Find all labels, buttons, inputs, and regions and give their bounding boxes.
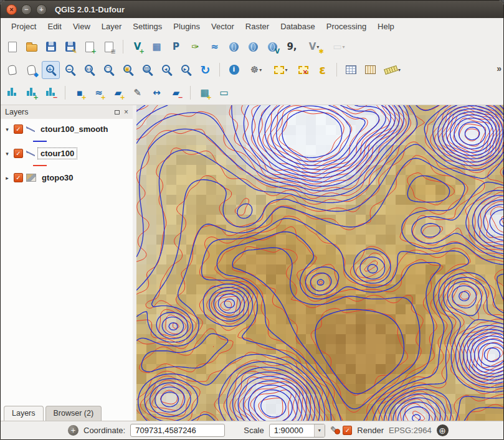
zoom-last-button[interactable]: ◂ [158, 61, 176, 79]
capture-line-button[interactable]: ≈+ [90, 84, 108, 102]
move-feature-button[interactable]: ↔ [148, 84, 166, 102]
menu-raster[interactable]: Raster [240, 19, 275, 34]
menu-layer[interactable]: Layer [96, 19, 128, 34]
zoom-in-button[interactable]: + [42, 61, 60, 79]
new-layer-dropdown[interactable]: ▾ [343, 44, 345, 50]
layer-row-gtopo30[interactable]: ▸ ✓ gtopo30 [1, 171, 133, 185]
add-wms-layer-button[interactable] [225, 38, 243, 56]
node-tool-button[interactable]: ✎ [128, 84, 146, 102]
window-maximize-button[interactable]: + [36, 4, 47, 15]
add-spatialite-layer-button[interactable]: ✑ [186, 38, 204, 56]
tab-browser[interactable]: Browser (2) [45, 406, 102, 421]
pan-to-selection-button[interactable]: ◆ [22, 61, 40, 79]
add-wfs-layer-button[interactable]: V [264, 38, 282, 56]
composer-manager-button[interactable]: ≡ [100, 38, 118, 56]
capture-point-button[interactable]: ▪+ [70, 84, 88, 102]
toolbar-overflow-button[interactable]: » [497, 63, 502, 73]
window-close-button[interactable]: × [6, 4, 17, 15]
stretch-histogram-to-dataset-overlay-icon: − [53, 95, 58, 101]
float-panel-button[interactable] [115, 110, 120, 115]
expander-icon[interactable]: ▸ [4, 175, 11, 181]
zoom-full-button[interactable]: ▢ [100, 61, 118, 79]
select-features-button[interactable]: ▾ [269, 61, 293, 79]
float-icon [115, 110, 120, 115]
add-wcs-layer-button[interactable] [244, 38, 262, 56]
zoom-out-button[interactable]: − [61, 61, 79, 79]
render-checkbox[interactable]: ✓ [343, 426, 352, 435]
coordinate-input[interactable] [130, 424, 225, 437]
delete-selected-button[interactable]: ▰− [167, 84, 185, 102]
refresh-map-button[interactable]: ↻ [196, 61, 214, 79]
layer-name-ctour100[interactable]: ctour100 [38, 148, 77, 159]
new-shapefile-layer-button[interactable]: V✱▾ [302, 38, 326, 56]
zoom-to-selection-icon: ▣ [123, 65, 131, 73]
open-attribute-table-button[interactable] [342, 61, 360, 79]
crs-status-icon[interactable]: ⊕ [437, 424, 449, 436]
toolbar-separator [336, 63, 337, 77]
menu-processing[interactable]: Processing [321, 19, 372, 34]
full-cumulative-cut-stretch-button[interactable]: + [22, 84, 40, 102]
select-features-dropdown[interactable]: ▾ [285, 67, 287, 73]
save-project-as-button[interactable]: ✎ [61, 38, 79, 56]
crs-label: EPSG:2964 [389, 426, 432, 435]
layer-visibility-checkbox[interactable]: ✓ [14, 124, 23, 134]
new-project-button[interactable] [3, 38, 21, 56]
deselect-features-button[interactable] [294, 61, 312, 79]
close-panel-button[interactable]: × [124, 108, 128, 116]
run-feature-action-button[interactable]: ☸▾ [244, 61, 268, 79]
pan-map-button[interactable] [3, 61, 21, 79]
measure-line-button[interactable]: ▾ [381, 61, 404, 79]
stop-rendering-icon[interactable]: ✎ [330, 426, 338, 435]
identify-features-button[interactable] [225, 61, 243, 79]
menu-plugins[interactable]: Plugins [168, 19, 206, 34]
measure-line-dropdown[interactable]: ▾ [398, 67, 401, 73]
map-canvas[interactable] [136, 105, 503, 421]
add-postgis-layer-button[interactable]: P [167, 38, 185, 56]
save-project-button[interactable] [42, 38, 60, 56]
zoom-to-selection-button[interactable]: ▣ [119, 61, 137, 79]
add-delimited-text-layer-button[interactable]: 9, [283, 38, 301, 56]
layer-name-ctour100-smooth[interactable]: ctour100_smooth [38, 124, 110, 134]
add-mssql-layer-button[interactable]: ≈ [206, 38, 224, 56]
grass-edit-region-button[interactable]: ▭ [215, 84, 233, 102]
map-navigation-and-attributes-toolbar: ◆+−1:1▢▣▤◂▸↻☸▾▾ε▾ [3, 57, 501, 82]
layer-visibility-checkbox[interactable]: ✓ [14, 149, 23, 158]
save-project-icon [46, 42, 56, 52]
layer-visibility-checkbox[interactable]: ✓ [14, 173, 23, 182]
zoom-last-icon: ◂ [162, 65, 170, 73]
menu-help[interactable]: Help [372, 19, 400, 34]
expander-icon[interactable]: ▾ [4, 126, 11, 133]
local-cumulative-cut-stretch-button[interactable] [3, 84, 21, 102]
layer-row-ctour100[interactable]: ▾ ✓ ctour100 [1, 146, 133, 161]
menu-database[interactable]: Database [275, 19, 321, 34]
layer-symbol-line [33, 165, 47, 166]
zoom-native-button[interactable]: 1:1 [80, 61, 98, 79]
add-raster-layer-button[interactable]: ▦ [148, 38, 166, 56]
open-project-button[interactable] [22, 38, 40, 56]
zoom-next-button[interactable]: ▸ [177, 61, 195, 79]
menu-edit[interactable]: Edit [42, 19, 67, 34]
menu-view[interactable]: View [67, 19, 96, 34]
add-vector-layer-button[interactable]: V+ [128, 38, 146, 56]
select-by-expression-button[interactable]: ε [313, 61, 331, 79]
field-calculator-button[interactable] [361, 61, 379, 79]
titlebar[interactable]: × − + QGIS 2.0.1-Dufour [1, 1, 503, 18]
layer-row-ctour100-smooth[interactable]: ▾ ✓ ctour100_smooth [1, 122, 133, 136]
add-wms-layer-icon [229, 42, 239, 52]
stretch-histogram-to-dataset-button[interactable]: − [42, 84, 60, 102]
run-feature-action-dropdown[interactable]: ▾ [259, 67, 262, 73]
menu-settings[interactable]: Settings [127, 19, 168, 34]
mouse-coordinate-icon[interactable]: + [68, 425, 78, 436]
expander-icon[interactable]: ▾ [4, 151, 11, 157]
layer-name-gtopo30[interactable]: gtopo30 [39, 172, 76, 183]
window-minimize-button[interactable]: − [21, 4, 32, 15]
chevron-down-icon[interactable]: ▾ [314, 424, 325, 437]
grass-tools-button[interactable]: ▦+ [196, 84, 214, 102]
new-print-composer-button[interactable]: + [80, 38, 98, 56]
zoom-to-layer-button[interactable]: ▤ [138, 61, 156, 79]
tab-layers[interactable]: Layers [4, 406, 44, 421]
menu-vector[interactable]: Vector [206, 19, 240, 34]
capture-polygon-button[interactable]: ▰+ [109, 84, 127, 102]
scale-combobox[interactable]: 1:90000 ▾ [269, 424, 325, 438]
menu-project[interactable]: Project [6, 19, 42, 34]
